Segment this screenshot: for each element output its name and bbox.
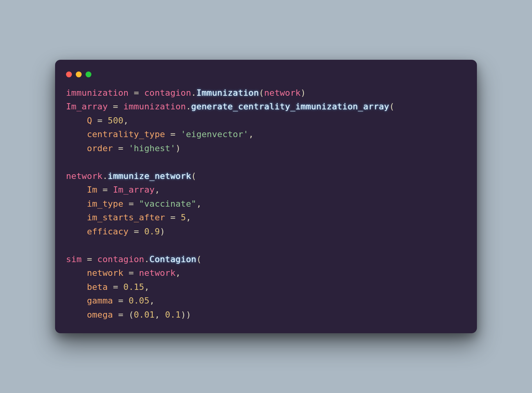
code-token: omega [87,310,113,320]
code-token: = [108,102,123,111]
code-token: . [186,102,191,111]
code-line: network = network, [66,266,466,280]
code-token [66,282,87,292]
code-block: immunization = contagion.Immunization(ne… [55,86,477,322]
code-token: , [196,199,202,209]
code-token: ( [196,254,202,264]
code-token [66,227,87,236]
code-token: Contagion [150,254,196,264]
code-token: = [165,129,181,139]
code-token: , [248,129,254,139]
code-token: , [155,185,160,195]
code-token: "vaccinate" [139,199,196,209]
code-token: , [123,116,129,125]
code-line: network.immunize_network( [66,169,466,183]
code-line: order = 'highest') [66,141,466,155]
code-line: im_starts_after = 5, [66,211,466,225]
code-token: = [129,88,144,98]
code-token: , [186,213,191,222]
code-line: immunization = contagion.Immunization(ne… [66,86,466,100]
code-line: omega = (0.01, 0.1)) [66,308,466,322]
code-token: = [82,254,97,264]
code-token: = [113,296,129,305]
code-token: sim [66,254,82,264]
code-token: ) [160,227,165,236]
code-token: contagion [97,254,144,264]
code-token: . [102,171,107,181]
code-token: generate_centrality_immunization_array [191,102,389,111]
code-line: sim = contagion.Contagion( [66,252,466,266]
code-line: im_type = "vaccinate", [66,197,466,211]
code-token [66,185,87,195]
code-token: = [123,199,139,209]
code-token: order [87,143,113,153]
code-token [66,157,71,167]
code-token: = [92,116,108,125]
code-token [66,199,87,209]
code-token: gamma [87,296,113,305]
code-token: ( [191,171,196,181]
code-token: contagion [144,88,191,98]
code-token: centrality_type [87,129,165,139]
code-token: . [144,254,149,264]
code-token [66,213,87,222]
code-token: = [129,227,144,236]
code-token: 0.15 [123,282,144,292]
code-token: . [191,88,196,98]
code-token: Im_array [113,185,155,195]
code-token: = [165,213,181,222]
code-token: 0.9 [144,227,160,236]
code-token: immunization [123,102,186,111]
code-token: 0.01 [134,310,155,320]
window-titlebar [55,69,477,86]
code-line: Q = 500, [66,114,466,128]
code-token: im_starts_after [87,213,165,222]
code-token: , [155,310,165,320]
code-token: 500 [108,116,123,125]
code-line: gamma = 0.05, [66,294,466,308]
code-token: = [113,143,129,153]
code-token: = [108,282,123,292]
code-line [66,155,466,169]
minimize-icon[interactable] [76,71,82,77]
code-token: Im_array [66,102,108,111]
code-token: )) [181,310,191,320]
code-token: = [123,268,139,278]
code-token: 5 [181,213,186,222]
code-token: , [150,296,155,305]
code-token [66,268,87,278]
code-token: ( [389,102,394,111]
code-line: beta = 0.15, [66,280,466,294]
code-token: ) [301,88,306,98]
code-line: Im = Im_array, [66,183,466,197]
code-token: 0.05 [129,296,149,305]
close-icon[interactable] [66,71,72,77]
code-token: ( [259,88,264,98]
code-token: = ( [113,310,134,320]
code-token: efficacy [87,227,129,236]
code-token: network [66,171,102,181]
code-token: 'highest' [129,143,175,153]
code-token: Im [87,185,97,195]
code-token: Immunization [196,88,259,98]
code-token [66,296,87,305]
code-line [66,238,466,252]
code-window: immunization = contagion.Immunization(ne… [55,60,477,334]
code-token: , [144,282,149,292]
code-token [66,143,87,153]
code-token: Q [87,116,92,125]
code-token: network [139,268,175,278]
zoom-icon[interactable] [86,71,91,77]
code-token [66,129,87,139]
code-token: 'eigenvector' [181,129,249,139]
code-token: = [97,185,113,195]
code-line: centrality_type = 'eigenvector', [66,127,466,141]
code-token [66,240,71,250]
code-token: immunize_network [108,171,191,181]
code-token: 0.1 [165,310,181,320]
code-token: beta [87,282,107,292]
code-line: efficacy = 0.9) [66,225,466,239]
code-token: network [87,268,123,278]
code-token [66,116,87,125]
code-token: , [175,268,180,278]
